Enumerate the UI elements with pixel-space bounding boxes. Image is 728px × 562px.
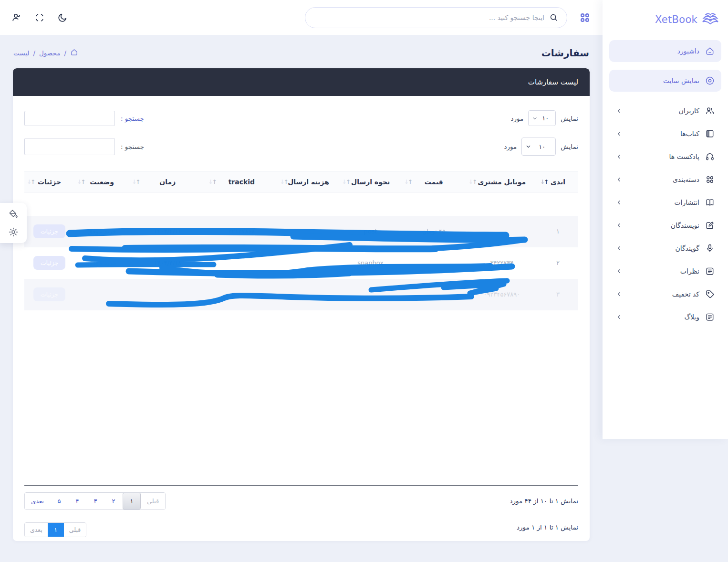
sort-icon[interactable]: ↑↓ [468, 179, 476, 185]
search-label: جستجو : [121, 143, 144, 150]
details-button[interactable]: جزئیات [33, 287, 65, 301]
table-search-primary: جستجو : [24, 111, 144, 126]
page-button-1[interactable]: ۱ [48, 523, 64, 537]
sort-icon[interactable]: ↑↓ [342, 179, 350, 185]
chevron-left-icon [616, 268, 623, 275]
sidebar-item-discount-code[interactable]: کد تخفیف [609, 283, 721, 306]
breadcrumb-product[interactable]: محصول [39, 49, 60, 57]
sort-icon[interactable]: ↑↓ [404, 179, 412, 185]
breadcrumb: / محصول / لیست [13, 48, 78, 58]
orders-card: لیست سفارشات نمایش ۱۰ مورد جستجو : [13, 68, 590, 541]
length-select-wrap: ۱۰ [521, 138, 556, 156]
user-add-icon[interactable] [11, 12, 22, 23]
table-empty-space [24, 310, 578, 485]
sidebar-item-label: گویندگان [628, 244, 699, 252]
next-page-button[interactable]: بعدی [25, 523, 48, 537]
sidebar-item-label: کد تخفیف [628, 290, 699, 298]
breadcrumb-list[interactable]: لیست [13, 49, 30, 57]
chevron-left-icon [616, 153, 623, 160]
search-label: جستجو : [121, 115, 144, 122]
sidebar-item-comments[interactable]: نظرات [609, 260, 721, 283]
table-search-secondary: جستجو : [24, 138, 144, 155]
details-button[interactable]: جزئیات [33, 256, 65, 270]
sort-icon[interactable]: ↑↓ [280, 179, 287, 185]
home-breadcrumb-icon[interactable] [70, 48, 78, 58]
breadcrumb-separator: / [64, 49, 67, 57]
chevron-left-icon [616, 107, 623, 114]
moon-icon[interactable] [57, 12, 68, 23]
column-header-trackid[interactable]: trackid↑↓ [206, 171, 277, 192]
page-button-2[interactable]: ۲ [104, 493, 123, 509]
pagination-secondary: قبلی ۱ بعدی [24, 522, 86, 537]
sort-icon[interactable]: ↑↓ [132, 179, 139, 185]
column-header-status[interactable]: وضعیت↑↓ [74, 171, 129, 192]
page-button-5[interactable]: ۵ [50, 493, 68, 509]
sidebar-item-books[interactable]: کتاب‌ها [609, 122, 721, 145]
length-prefix: نمایش [561, 115, 578, 122]
page-button-4[interactable]: ۴ [68, 493, 86, 509]
column-header-shipping[interactable]: هزینه ارسال↑↓ [277, 171, 339, 192]
sort-icon[interactable]: ↑↓ [540, 179, 548, 185]
table-row: ۱ ۴۵ تومان post ۲۲۱۲۷۸۶۸ ۱۴۰۳/۴/۱۱ خرید … [24, 216, 578, 247]
length-select-secondary[interactable]: ۱۰ [521, 138, 556, 156]
cell-shipping [277, 279, 339, 310]
sidebar-item-label: دسته‌بندی [628, 176, 699, 183]
brand[interactable]: XetBook [609, 9, 721, 40]
fullscreen-icon[interactable] [34, 12, 45, 23]
sidebar-item-blog[interactable]: وبلاگ [609, 306, 721, 329]
next-page-button[interactable]: بعدی [25, 493, 50, 509]
topbar [0, 0, 603, 35]
sidebar-item-narrators[interactable]: گویندگان [609, 237, 721, 260]
sort-icon[interactable]: ↑↓ [27, 179, 34, 185]
page-button-3[interactable]: ۳ [86, 493, 104, 509]
length-select[interactable]: ۱۰ [528, 110, 556, 126]
floating-tools-panel [0, 203, 27, 243]
apps-grid-icon[interactable] [579, 11, 591, 24]
sidebar-item-label: داشبورد [616, 47, 699, 55]
main-column: سفارشات / محصول / لیست لیست سفارشات [0, 0, 603, 562]
chevron-left-icon [616, 130, 623, 137]
sidebar-item-publishers[interactable]: انتشارات [609, 191, 721, 214]
cell-status: خرید موفق [74, 216, 129, 247]
paint-bucket-icon[interactable] [8, 209, 19, 219]
users-icon [705, 106, 715, 116]
table-info-primary: نمایش ۱ تا ۱۰ از ۴۴ مورد [510, 497, 578, 505]
table-search-input-secondary[interactable] [24, 138, 115, 155]
blog-icon [705, 312, 715, 322]
sidebar-item-podcasts[interactable]: پادکست ها [609, 145, 721, 168]
sidebar-item-dashboard[interactable]: داشبورد [609, 40, 721, 62]
cell-method [340, 279, 402, 310]
cell-mobile [466, 216, 538, 247]
sidebar-item-view-site[interactable]: نمایش سایت [609, 70, 721, 92]
column-header-time[interactable]: زمان↑↓ [129, 171, 206, 192]
details-button[interactable]: جزئیات [33, 224, 65, 238]
search-icon[interactable] [549, 13, 558, 22]
column-header-mobile[interactable]: موبایل مشتری↑↓ [466, 171, 538, 192]
column-header-method[interactable]: نحوه ارسال↑↓ [340, 171, 402, 192]
page-head: سفارشات / محصول / لیست [0, 35, 603, 68]
gear-icon[interactable] [8, 227, 19, 237]
page-button-1[interactable]: ۱ [123, 493, 141, 509]
table-footer-primary: نمایش ۱ تا ۱۰ از ۴۴ مورد قبلی ۱ ۲ ۳ ۴ ۵ … [13, 486, 590, 510]
cell-status: خرید موفق [74, 247, 129, 279]
sidebar-item-categories[interactable]: دسته‌بندی [609, 168, 721, 191]
cell-mobile: ۰۹۲۳۴۵۶۷۸۹۰ [466, 279, 538, 310]
sidebar-item-label: نمایش سایت [616, 77, 699, 85]
length-suffix: مورد [511, 115, 524, 122]
search-input[interactable] [314, 14, 544, 21]
column-header-details[interactable]: جزئیات↑↓ [24, 171, 74, 192]
prev-page-button[interactable]: قبلی [64, 523, 86, 537]
table-search-input-primary[interactable] [24, 111, 115, 126]
sort-icon[interactable]: ↑↓ [77, 179, 84, 185]
column-header-price[interactable]: قیمت↑↓ [402, 171, 466, 192]
global-search [305, 7, 567, 28]
sidebar-item-users[interactable]: کاربران [609, 99, 721, 122]
column-header-id[interactable]: ایدی↑↓ [538, 171, 578, 192]
table-row-spacer [24, 192, 578, 216]
cell-time: ۱۴۰۳/۴/۱۸ [129, 247, 206, 279]
sort-icon[interactable]: ↑↓ [208, 179, 216, 185]
sidebar-item-label: کاربران [628, 107, 699, 115]
sidebar-item-authors[interactable]: نویسندگان [609, 214, 721, 237]
prev-page-button[interactable]: قبلی [141, 493, 165, 509]
sidebar-item-label: نویسندگان [628, 222, 699, 229]
